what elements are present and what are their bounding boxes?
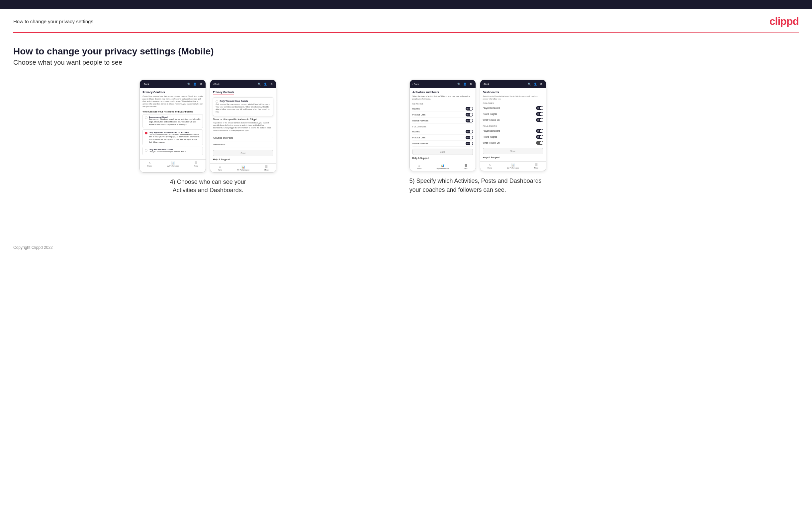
- phone-1b-back[interactable]: ‹ Back: [213, 83, 219, 85]
- perf-icon-2b: 📊: [511, 163, 515, 167]
- followers-what-work-row: What To Work On: [483, 140, 543, 146]
- coaches-drills-toggle[interactable]: ON: [466, 113, 473, 116]
- phone-2b-intro: Select the dashboards that you'd like to…: [483, 95, 543, 100]
- phone-1a-intro: Control how you and your data appears to…: [143, 95, 203, 108]
- caption-1: 4) Choose who can see your Activities an…: [161, 178, 254, 194]
- page-heading: How to change your privacy settings (Mob…: [13, 46, 799, 57]
- coaches-rounds-toggle[interactable]: ON: [466, 107, 473, 111]
- home-label-1b: Home: [218, 169, 222, 171]
- settings-icon[interactable]: ⚙: [199, 82, 203, 86]
- coaches-rounds-row: Rounds ON: [412, 106, 473, 112]
- dashboards-label: Dashboards: [213, 143, 225, 146]
- bottom-nav-performance[interactable]: 📊 My Performance: [167, 161, 179, 167]
- activities-posts-arrow: ›: [273, 136, 274, 139]
- phone-1b-body: Privacy Controls Only You and Your Coach…: [210, 88, 276, 163]
- header: How to change your privacy settings clip…: [0, 9, 812, 32]
- coaches-drills-row: Practice Drills ON: [412, 112, 473, 118]
- followers-rounds-toggle[interactable]: ON: [466, 130, 473, 133]
- settings-icon-1b[interactable]: ⚙: [269, 82, 273, 86]
- coaches-what-work-row: What To Work On ON: [483, 117, 543, 123]
- person-icon-2b[interactable]: 👤: [534, 82, 537, 86]
- search-icon[interactable]: 🔍: [187, 82, 191, 86]
- phone-1b-help: Help & Support: [213, 158, 273, 161]
- bottom-nav-perf-2b[interactable]: 📊 My Performance: [507, 163, 519, 169]
- home-icon-2a: ⌂: [418, 164, 420, 167]
- popup-box: Only You and Your Coach Only you and the…: [213, 97, 273, 116]
- radio-everyone[interactable]: Everyone on Clippd Everyone on Clippd ca…: [143, 114, 203, 128]
- show-hide-text: Regardless of the privacy controls that …: [213, 122, 273, 132]
- followers-drills-toggle[interactable]: ON: [466, 136, 473, 139]
- followers-player-dash-toggle[interactable]: ON: [536, 129, 543, 133]
- followers-what-work-label: What To Work On: [483, 142, 500, 144]
- activities-posts-nav[interactable]: Activities and Posts ›: [213, 135, 273, 142]
- phone-1b: ‹ Back 🔍 👤 ⚙ Privacy Controls Only You a: [210, 79, 276, 173]
- phone-2b-nav: ‹ Back 🔍 👤 ⚙: [480, 80, 546, 88]
- coaches-player-dash-label: Player Dashboard: [483, 107, 500, 109]
- show-hide-heading: Show or hide specific features in Clippd: [213, 118, 273, 120]
- phone-1b-nav: ‹ Back 🔍 👤 ⚙: [210, 80, 276, 88]
- menu-icon: ☰: [195, 161, 197, 165]
- phone-1a-back[interactable]: ‹ Back: [143, 83, 149, 85]
- bottom-nav-menu-1b[interactable]: ☰ Menu: [264, 165, 269, 171]
- bottom-nav-menu-2b[interactable]: ☰ Menu: [534, 163, 538, 169]
- radio-circle-everyone: [145, 116, 147, 119]
- followers-rounds-label: Rounds: [412, 130, 420, 133]
- bottom-nav-home-2b[interactable]: ⌂ Home: [488, 163, 492, 169]
- search-icon-2a[interactable]: 🔍: [457, 82, 461, 86]
- coaches-what-work-toggle[interactable]: ON: [536, 118, 543, 122]
- followers-manual-row: Manual Activities ON: [412, 141, 473, 147]
- coaches-header-2a: COACHES: [412, 103, 473, 105]
- dashboards-nav[interactable]: Dashboards ›: [213, 142, 273, 148]
- phone-1b-bottom-nav: ⌂ Home 📊 My Performance ☰ Menu: [210, 163, 276, 172]
- phone-2a-save[interactable]: Save: [412, 149, 473, 155]
- bottom-nav-perf-2a[interactable]: 📊 My Performance: [437, 164, 449, 170]
- person-icon-2a[interactable]: 👤: [463, 82, 467, 86]
- phone-2b-back[interactable]: ‹ Back: [483, 83, 490, 85]
- menu-label-1b: Menu: [264, 169, 269, 171]
- coaches-manual-row: Manual Activities ON: [412, 118, 473, 124]
- phone-2a-nav: ‹ Back 🔍 👤 ⚙: [410, 80, 475, 88]
- phone-2b-save[interactable]: Save: [483, 148, 543, 154]
- followers-player-dash-label: Player Dashboard: [483, 130, 500, 132]
- person-icon-1b[interactable]: 👤: [263, 82, 267, 86]
- screenshots-row: ‹ Back 🔍 👤 ⚙ Privacy Controls Control ho…: [13, 79, 799, 194]
- bottom-nav-perf-1b[interactable]: 📊 My Performance: [237, 165, 249, 171]
- settings-icon-2b[interactable]: ⚙: [539, 82, 543, 86]
- coaches-player-dash-row: Player Dashboard ON: [483, 105, 543, 111]
- menu-label-2a: Menu: [464, 168, 468, 170]
- perf-icon-1b: 📊: [242, 165, 245, 169]
- followers-round-insights-toggle[interactable]: ON: [536, 135, 543, 139]
- followers-manual-toggle[interactable]: ON: [466, 142, 473, 145]
- bottom-nav-home-1b[interactable]: ⌂ Home: [218, 165, 222, 171]
- followers-header-2b: FOLLOWERS: [483, 125, 543, 127]
- search-icon-1b[interactable]: 🔍: [257, 82, 261, 86]
- coaches-player-dash-toggle[interactable]: ON: [536, 106, 543, 110]
- followers-what-work-toggle[interactable]: [536, 141, 543, 145]
- radio-approved[interactable]: Only Approved Followers and Your Coach O…: [143, 129, 203, 146]
- settings-icon-2a[interactable]: ⚙: [469, 82, 473, 86]
- bottom-nav-menu-2a[interactable]: ☰ Menu: [464, 164, 468, 170]
- home-icon-2b: ⌂: [489, 163, 491, 167]
- popup-radio: [215, 100, 218, 103]
- popup-text: Only you and the coaches you connect wit…: [215, 103, 271, 113]
- phone-2b-icons: 🔍 👤 ⚙: [527, 82, 543, 86]
- search-icon-2b[interactable]: 🔍: [527, 82, 531, 86]
- dashboards-arrow: ›: [273, 143, 274, 146]
- coaches-manual-toggle[interactable]: ON: [466, 119, 473, 122]
- phone-2a-help: Help & Support: [412, 157, 473, 159]
- phone-2a-back[interactable]: ‹ Back: [412, 83, 419, 85]
- coaches-round-insights-toggle[interactable]: ON: [536, 112, 543, 116]
- followers-header-2a: FOLLOWERS: [412, 126, 473, 128]
- followers-round-insights-label: Round Insights: [483, 136, 497, 138]
- phone-1b-save[interactable]: Save: [213, 150, 273, 156]
- bottom-nav-home[interactable]: ⌂ Home: [147, 161, 152, 167]
- person-icon[interactable]: 👤: [193, 82, 197, 86]
- radio-approved-text: Only approved followers and coaches you …: [149, 133, 201, 144]
- radio-everyone-content: Everyone on Clippd Everyone on Clippd ca…: [149, 116, 201, 126]
- home-icon: ⌂: [149, 161, 150, 165]
- perf-label-2a: My Performance: [437, 168, 449, 170]
- radio-coach[interactable]: Only You and Your Coach Only you and the…: [143, 147, 203, 155]
- radio-circle-coach: [145, 149, 147, 152]
- bottom-nav-menu[interactable]: ☰ Menu: [194, 161, 198, 167]
- bottom-nav-home-2a[interactable]: ⌂ Home: [417, 164, 421, 170]
